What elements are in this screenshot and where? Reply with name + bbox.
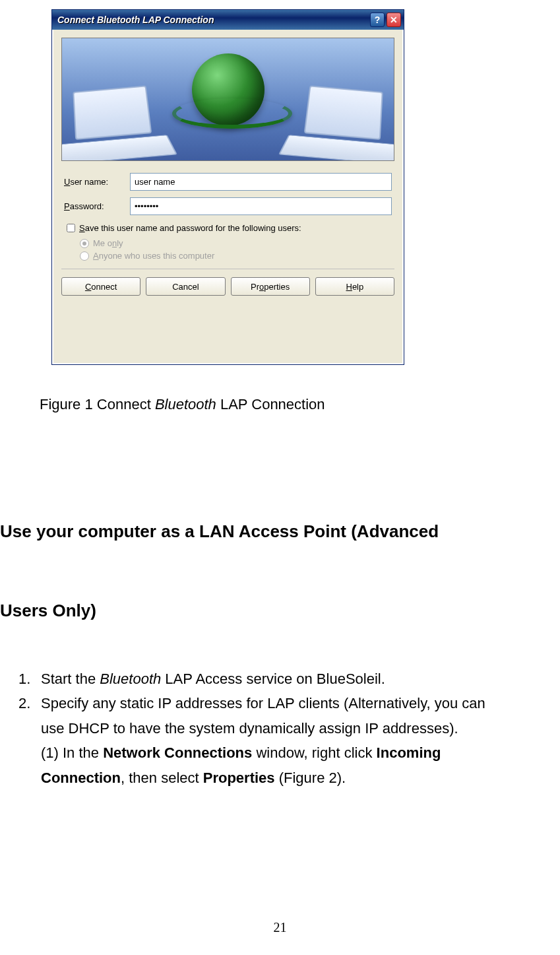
cancel-button[interactable]: Cancel bbox=[146, 277, 225, 296]
me-only-radio[interactable] bbox=[80, 239, 89, 248]
list-item: Start the Bluetooth LAP Access service o… bbox=[41, 667, 533, 691]
save-credentials-checkbox[interactable] bbox=[67, 224, 75, 232]
connect-dialog: Connect Bluetooth LAP Connection ? ✕ Use… bbox=[51, 9, 404, 365]
window-title: Connect Bluetooth LAP Connection bbox=[57, 15, 368, 25]
username-input[interactable] bbox=[130, 173, 392, 191]
password-label: Password: bbox=[64, 201, 130, 211]
anyone-label: Anyone who uses this computer bbox=[93, 251, 214, 261]
connect-button[interactable]: Connect bbox=[61, 277, 140, 296]
instruction-list: 1. Start the Bluetooth LAP Access servic… bbox=[18, 667, 533, 790]
me-only-label: Me only bbox=[93, 238, 123, 248]
list-number: 2. bbox=[18, 691, 41, 790]
save-credentials-label: Save this user name and password for the… bbox=[79, 223, 301, 233]
list-item: Specify any static IP addresses for LAP … bbox=[41, 691, 533, 790]
password-input[interactable] bbox=[130, 197, 392, 215]
ring-icon bbox=[172, 98, 292, 129]
anyone-radio[interactable] bbox=[80, 251, 89, 261]
username-label: User name: bbox=[64, 177, 130, 187]
list-number: 1. bbox=[18, 667, 41, 691]
help-icon[interactable]: ? bbox=[370, 13, 385, 27]
close-icon[interactable]: ✕ bbox=[387, 13, 401, 27]
figure-caption: Figure 1 Connect Bluetooth LAP Connectio… bbox=[40, 396, 325, 413]
properties-button[interactable]: Properties bbox=[231, 277, 310, 296]
laptop-right-icon bbox=[285, 83, 394, 161]
laptop-left-icon bbox=[61, 83, 171, 161]
page-number: 21 bbox=[0, 920, 560, 935]
titlebar[interactable]: Connect Bluetooth LAP Connection ? ✕ bbox=[52, 10, 404, 30]
help-button[interactable]: Help bbox=[315, 277, 394, 296]
section-heading-line2: Users Only) bbox=[0, 601, 560, 621]
section-heading-line1: Use your computer as a LAN Access Point … bbox=[0, 521, 560, 542]
dialog-banner bbox=[61, 38, 394, 161]
